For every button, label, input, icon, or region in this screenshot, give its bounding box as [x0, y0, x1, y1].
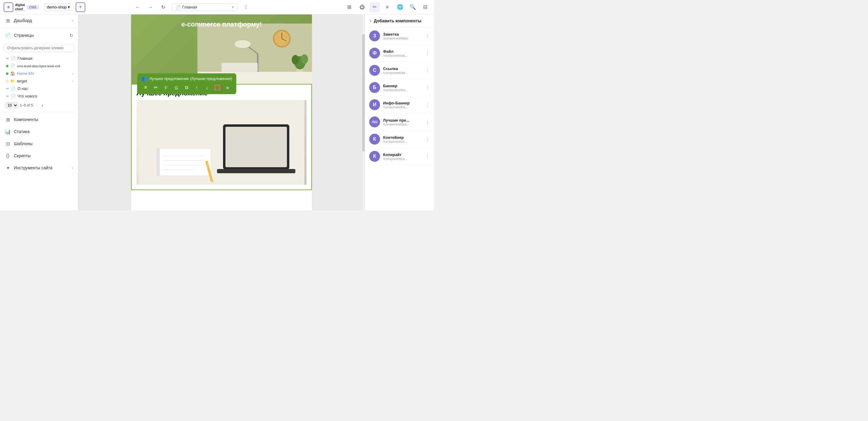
right-panel: ‹ Добавить компоненты З Заметка /compone… [365, 15, 434, 210]
refresh-button[interactable]: ↻ [159, 3, 168, 12]
toolbar-down-button[interactable]: ↓ [203, 83, 211, 92]
pages-refresh-icon[interactable]: ↻ [70, 33, 73, 38]
comp-path-2: /component/att... [383, 71, 422, 75]
sidebar-label-templates: Шаблоны [14, 141, 73, 146]
toolbar-close-button[interactable]: ✕ [141, 83, 150, 92]
comp-more-0[interactable]: ⋮ [425, 33, 430, 39]
toolbar-label-text: Лучшее предложение (Лучшие предложения) [149, 76, 232, 81]
comp-info-2: Ссылка /component/att... [383, 66, 422, 75]
scrollbar-track [362, 15, 365, 210]
toolbar-label: 👥 Лучшее предложение (Лучшие предложения… [141, 76, 232, 82]
next-page-button[interactable]: › [40, 102, 44, 108]
filter-input[interactable] [4, 44, 74, 52]
add-page-button[interactable]: + [76, 2, 85, 12]
comp-name-0: Заметка [383, 32, 422, 36]
component-list-item-0[interactable]: З Заметка /component/Note ⋮ [365, 27, 434, 45]
scrollbar-thumb[interactable] [362, 34, 365, 151]
search-button[interactable]: 🔍 [407, 2, 418, 12]
comp-more-1[interactable]: ⋮ [425, 50, 430, 56]
toolbar-more-button[interactable]: ≡ [223, 83, 232, 92]
toolbar-up-button[interactable]: ↑ [193, 83, 201, 92]
comp-more-3[interactable]: ⋮ [425, 85, 430, 90]
sidebar-item-components[interactable]: ⊞ Компоненты [0, 113, 78, 125]
panel-header: ‹ Добавить компоненты [365, 15, 434, 27]
comp-name-4: Инфо-Баннер [383, 101, 422, 105]
breadcrumb-dropdown-icon: ▾ [232, 5, 234, 9]
comp-info-6: Контейнер /component/co... [383, 135, 422, 143]
tree-item-home-en[interactable]: 🏠 Home EN › [0, 70, 78, 77]
prev-page-button[interactable]: ‹ [35, 102, 38, 108]
sidebar-label-scripts: Скрипты [14, 153, 73, 158]
sidebar-item-dashboard[interactable]: ⊞ Дашборд › [0, 15, 78, 27]
breadcrumb-bar[interactable]: 📄 Главная ▾ [172, 3, 238, 11]
templates-icon: ⊟ [5, 141, 11, 147]
dot-descriptor [6, 65, 8, 67]
comp-info-1: Файл /component/att... [383, 49, 422, 57]
tree-item-target[interactable]: 📁 target › [0, 77, 78, 85]
component-list-item-3[interactable]: Б Баннер /component/ba... ⋮ [365, 79, 434, 96]
sidebar-item-templates[interactable]: ⊟ Шаблоны [0, 138, 78, 150]
tree-label-about: О нас [18, 86, 73, 91]
edit-icon-glavnaya: ✏ [6, 56, 9, 61]
topbar-nav: ← → ↻ 📄 Главная ▾ ⋮ [133, 3, 250, 12]
site-name: demo-shop [47, 5, 67, 9]
toolbar-lock-button[interactable]: G [172, 83, 181, 92]
component-list-item-4[interactable]: И Инфо-Баннер /component/ba... ⋮ [365, 96, 434, 113]
toolbar-delete-button[interactable]: 🗑 [213, 83, 221, 92]
component-list-item-1[interactable]: Ф Файл /component/att... ⋮ [365, 45, 434, 62]
page-icon: 📄 [176, 5, 181, 10]
toolbar-fullscreen-button[interactable]: F [162, 83, 170, 92]
grid-view-button[interactable]: ⊞ [344, 2, 354, 12]
comp-more-2[interactable]: ⋮ [425, 67, 430, 73]
tree-item-whats-new[interactable]: ✏ 📄 Что нового [0, 92, 78, 100]
logo-name: digital [15, 3, 25, 7]
comp-name-2: Ссылка [383, 66, 422, 71]
sidebar-item-scripts[interactable]: {} Скрипты [0, 150, 78, 162]
comp-name-7: Копирайт [383, 152, 422, 157]
comp-more-6[interactable]: ⋮ [425, 136, 430, 142]
menu-button[interactable]: ≡ [382, 2, 393, 12]
component-list-item-6[interactable]: К Контейнер /component/co... ⋮ [365, 131, 434, 148]
per-page-select[interactable]: 10 25 50 [5, 102, 18, 108]
comp-info-4: Инфо-Баннер /component/ba... [383, 101, 422, 109]
more-options-button[interactable]: ⋮ [241, 3, 250, 12]
breadcrumb-page-name: Главная [182, 5, 197, 9]
power-button[interactable]: ⏻ [357, 2, 367, 12]
svg-point-10 [292, 55, 299, 64]
panel-back-button[interactable]: ‹ [370, 18, 371, 24]
component-list-item-2[interactable]: С Ссылка /component/att... ⋮ [365, 62, 434, 79]
comp-more-7[interactable]: ⋮ [425, 153, 430, 159]
components-icon: ⊞ [5, 116, 11, 122]
site-selector[interactable]: demo-shop ▾ [44, 3, 73, 11]
tree-item-glavnaya[interactable]: ✏ 📄 Главная [0, 55, 78, 62]
forward-button[interactable]: → [146, 3, 155, 12]
tree-item-about[interactable]: ✏ 📄 О нас [0, 85, 78, 92]
svg-point-7 [234, 40, 251, 48]
main-layout: ⊞ Дашборд › 📄 Страницы ↻ ✏ 📄 Главная 📄 c… [0, 15, 434, 210]
tree-item-descriptor[interactable]: 📄 cms-level-descriptor.level.xml [0, 62, 78, 70]
sidebar-item-pages[interactable]: 📄 Страницы ↻ [0, 29, 78, 41]
component-list-item-7[interactable]: К Копирайт /component/co... ⋮ [365, 148, 434, 165]
toolbar-copy-button[interactable]: ⧉ [182, 83, 191, 92]
tree-label-glavnaya: Главная [18, 56, 73, 61]
edit-button[interactable]: ✏ [370, 2, 380, 12]
svg-rect-13 [221, 63, 258, 72]
component-list: З Заметка /component/Note ⋮ Ф Файл /comp… [365, 27, 434, 165]
pagination-row: 10 25 50 1–5 of 5 ‹ › [0, 100, 78, 111]
svg-rect-16 [225, 127, 287, 167]
comp-more-5[interactable]: ⋮ [425, 119, 430, 125]
main-canvas: e-commerce платформу! [79, 15, 365, 210]
sidebar-item-static[interactable]: 📊 Статика [0, 125, 78, 138]
language-button[interactable]: 🌐 [395, 2, 405, 12]
comp-more-4[interactable]: ⋮ [425, 102, 430, 108]
toolbar-edit-button[interactable]: ✏ [152, 83, 160, 92]
component-list-item-5[interactable]: ЛШ Лучшие пре... /component/bes... ⋮ [365, 113, 434, 131]
tree-label-home-en: Home EN [17, 71, 70, 76]
back-button[interactable]: ← [133, 3, 143, 12]
table-button[interactable]: ⊟ [420, 2, 430, 12]
comp-name-3: Баннер [383, 84, 422, 88]
target-arrow: › [72, 79, 73, 83]
comp-info-5: Лучшие пре... /component/bes... [383, 118, 422, 126]
sidebar-item-tools[interactable]: ✦ Инструменты сайта › [0, 162, 78, 174]
divider-2 [0, 112, 78, 112]
